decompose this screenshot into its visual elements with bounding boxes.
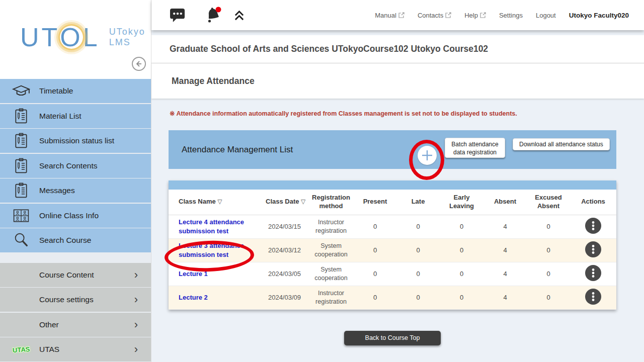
- table-row: Lecture 2 2024/03/09 Instructor registra…: [169, 286, 616, 309]
- cell-absent: 4: [484, 286, 527, 309]
- lecture-4-row-link[interactable]: Lecture 4 attendance submission test: [179, 218, 244, 235]
- back-to-course-top-button[interactable]: Back to Course Top: [344, 331, 441, 345]
- link-label: Help: [464, 12, 478, 19]
- sort-icon: ▽: [217, 198, 222, 205]
- sidebar-item-submission-status-list[interactable]: Submission status list: [0, 129, 151, 153]
- cell-late: 0: [396, 215, 440, 238]
- attendance-notice: ※ Attendance information automatically r…: [151, 99, 644, 117]
- header-label: Class Date: [266, 198, 299, 205]
- plus-icon: [418, 146, 437, 165]
- lecture-1-row-link[interactable]: Lecture 1: [179, 270, 208, 278]
- sidebar: UTOL UTokyo LMS Timetable: [0, 0, 151, 362]
- page-title-band: Manage Attendance: [151, 63, 644, 99]
- cell-absent: 4: [484, 262, 527, 286]
- double-chevron-up-icon[interactable]: [233, 9, 245, 22]
- sidebar-collapse-button[interactable]: [132, 57, 146, 71]
- sidebar-item-label: Search Course: [39, 236, 91, 245]
- table-row: Lecture 4 attendance submission test 202…: [169, 215, 616, 238]
- kebab-menu-icon[interactable]: [585, 241, 601, 257]
- cell-late: 0: [396, 262, 440, 286]
- sidebar-item-online-class-info[interactable]: Online Class Info: [0, 204, 151, 228]
- cell-date: 2024/03/09: [261, 286, 308, 309]
- panel-title: Attendance Management List: [182, 145, 293, 155]
- table-top-strip: [169, 180, 616, 190]
- logo-o-ring: O: [60, 24, 83, 50]
- chat-icon[interactable]: [170, 8, 186, 23]
- topbar-link-contacts[interactable]: Contacts: [418, 12, 451, 19]
- download-all-attendance-button[interactable]: Download all attendance status: [513, 138, 610, 150]
- page-title: Manage Attendance: [172, 76, 255, 86]
- kebab-menu-icon[interactable]: [585, 289, 601, 305]
- cell-method: System cooperation: [308, 238, 354, 262]
- header-excused-absent: Excused Absent: [527, 190, 570, 215]
- cell-date: 2024/03/15: [261, 215, 308, 238]
- utas-logo-text: UTAS: [12, 345, 30, 353]
- cell-present: 0: [354, 238, 396, 262]
- add-attendance-button[interactable]: [418, 146, 437, 165]
- topbar-link-logout[interactable]: Logout: [536, 12, 556, 19]
- external-link-icon: [445, 12, 451, 18]
- link-label: Contacts: [418, 12, 443, 19]
- sidebar-item-label: Course settings: [39, 295, 94, 304]
- header-gap: [151, 30, 644, 35]
- kebab-menu-icon[interactable]: [585, 218, 601, 234]
- clipboard-icon: [10, 108, 32, 125]
- graduation-cap-icon: [10, 84, 32, 98]
- cell-excused-absent: 0: [527, 215, 570, 238]
- sidebar-gap: [0, 253, 151, 263]
- topbar-link-settings[interactable]: Settings: [499, 12, 523, 19]
- sidebar-item-other[interactable]: Other ›: [0, 313, 151, 337]
- topbar-link-help[interactable]: Help: [464, 12, 486, 19]
- header-class-date[interactable]: Class Date ▽: [261, 190, 308, 215]
- sidebar-item-timetable[interactable]: Timetable: [0, 79, 151, 103]
- topbar-links: Manual Contacts Help Settings Logout Uto…: [375, 12, 629, 19]
- sidebar-item-utas[interactable]: UTAS UTAS ›: [0, 337, 151, 361]
- sidebar-item-course-content[interactable]: Course Content ›: [0, 263, 151, 287]
- chevron-right-icon: ›: [134, 344, 138, 355]
- cell-present: 0: [354, 286, 396, 309]
- cell-date: 2024/03/12: [261, 238, 308, 262]
- table-row: Lecture 3 attendance submission test 202…: [169, 238, 616, 262]
- cell-present: 0: [354, 262, 396, 286]
- sidebar-item-messages[interactable]: Messages: [0, 178, 151, 203]
- topbar-link-manual[interactable]: Manual: [375, 12, 405, 19]
- kebab-menu-icon[interactable]: [585, 265, 601, 281]
- sidebar-item-label: Search Contents: [39, 161, 97, 170]
- table-header-row: Class Name ▽ Class Date ▽ Registration m…: [169, 190, 616, 215]
- magnifier-icon: [10, 232, 32, 249]
- utol-logo-subtext: UTokyo LMS: [109, 27, 145, 47]
- clipboard-icon: [10, 132, 32, 149]
- utol-logo: UTOL UTokyo LMS: [20, 24, 145, 50]
- cell-date: 2024/03/05: [261, 262, 308, 286]
- lecture-3-row-link[interactable]: Lecture 3 attendance submission test: [179, 242, 244, 258]
- batch-attendance-registration-button[interactable]: Batch attendance data registration: [445, 138, 505, 158]
- cell-late: 0: [396, 286, 440, 309]
- sidebar-item-label: Messages: [39, 186, 75, 195]
- clipboard-icon: [10, 182, 32, 199]
- people-grid-icon: [10, 208, 32, 223]
- content-area: ※ Attendance information automatically r…: [151, 99, 644, 345]
- cell-early-leaving: 0: [440, 215, 484, 238]
- notification-bell-icon[interactable]: [204, 6, 223, 24]
- sidebar-item-label: Material List: [39, 112, 82, 121]
- cell-early-leaving: 0: [440, 286, 484, 309]
- link-label: Logout: [536, 12, 556, 19]
- sidebar-item-search-course[interactable]: Search Course: [0, 228, 151, 252]
- sidebar-item-course-settings[interactable]: Course settings ›: [0, 288, 151, 312]
- lecture-2-row-link[interactable]: Lecture 2: [179, 294, 208, 301]
- cell-absent: 4: [484, 238, 527, 262]
- back-button-wrap: Back to Course Top: [169, 331, 616, 345]
- sidebar-item-search-contents[interactable]: Search Contents: [0, 154, 151, 178]
- cell-excused-absent: 0: [527, 286, 570, 309]
- back-arrow-icon: [135, 60, 143, 68]
- sidebar-item-label: Timetable: [39, 86, 73, 96]
- cell-method: Instructor registration: [308, 286, 354, 309]
- link-label: Settings: [499, 12, 523, 19]
- logo-area: UTOL UTokyo LMS: [0, 0, 151, 79]
- header-class-name[interactable]: Class Name ▽: [169, 190, 261, 215]
- utas-logo: UTAS: [10, 346, 32, 353]
- cell-excused-absent: 0: [527, 238, 570, 262]
- sidebar-item-material-list[interactable]: Material List: [0, 104, 151, 128]
- sidebar-item-label: Other: [39, 320, 59, 329]
- header-late: Late: [396, 190, 440, 215]
